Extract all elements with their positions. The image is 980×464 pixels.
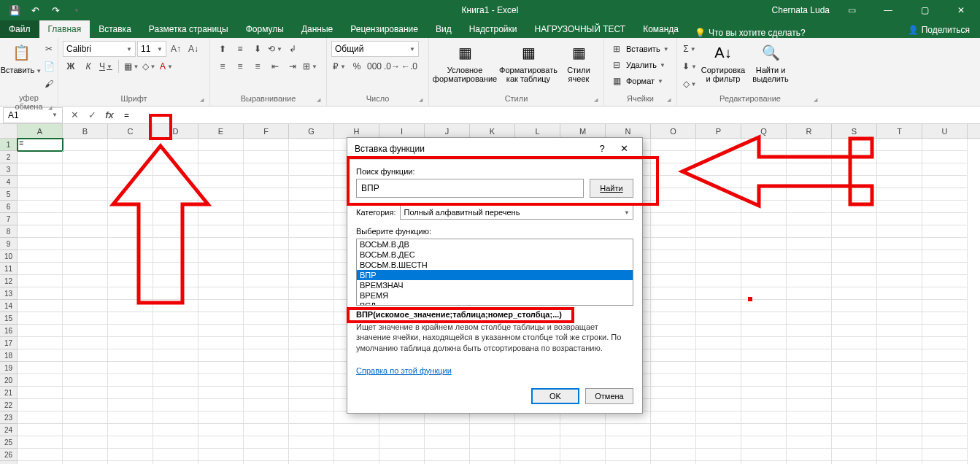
share-button[interactable]: 👤 Поделиться bbox=[898, 22, 980, 38]
ribbon-options-icon[interactable]: ▭ bbox=[837, 0, 866, 20]
cell[interactable] bbox=[108, 387, 153, 399]
cell[interactable] bbox=[198, 201, 244, 213]
cell[interactable] bbox=[289, 275, 334, 287]
cell[interactable] bbox=[832, 201, 877, 213]
cell[interactable] bbox=[606, 436, 651, 449]
format-cells-button[interactable]: ▦Формат▼ bbox=[609, 73, 663, 89]
cell[interactable] bbox=[922, 176, 968, 188]
cell[interactable] bbox=[922, 312, 968, 325]
cell-styles-button[interactable]: ▦Стили ячеек bbox=[560, 41, 597, 83]
cell[interactable] bbox=[108, 250, 153, 263]
cell[interactable] bbox=[787, 275, 832, 287]
cell[interactable] bbox=[18, 225, 63, 238]
cell[interactable] bbox=[787, 374, 832, 387]
cell[interactable] bbox=[832, 238, 877, 250]
cell[interactable] bbox=[787, 287, 832, 300]
cell[interactable] bbox=[741, 176, 787, 188]
cell[interactable] bbox=[877, 201, 922, 213]
cell[interactable] bbox=[425, 424, 470, 436]
row-header-20[interactable]: 20 bbox=[0, 374, 18, 387]
cell[interactable] bbox=[832, 163, 877, 176]
tab-data[interactable]: Данные bbox=[293, 20, 342, 38]
cell[interactable] bbox=[922, 424, 968, 436]
cell[interactable] bbox=[244, 424, 289, 436]
cell[interactable] bbox=[922, 461, 968, 464]
cell[interactable] bbox=[877, 399, 922, 411]
cell[interactable] bbox=[741, 349, 787, 362]
cell[interactable] bbox=[63, 263, 108, 275]
fx-button[interactable]: fx bbox=[101, 107, 118, 123]
cell[interactable] bbox=[696, 151, 741, 163]
cell[interactable] bbox=[696, 300, 741, 312]
sort-filter-button[interactable]: A↓Сортировка и фильтр bbox=[701, 41, 746, 83]
cell[interactable] bbox=[289, 461, 334, 464]
cell[interactable] bbox=[108, 312, 153, 325]
col-header-F[interactable]: F bbox=[244, 124, 289, 138]
cell[interactable] bbox=[289, 325, 334, 337]
cell[interactable] bbox=[108, 176, 153, 188]
cell[interactable] bbox=[63, 387, 108, 399]
cell[interactable] bbox=[922, 263, 968, 275]
cell[interactable] bbox=[289, 349, 334, 362]
cell[interactable] bbox=[63, 300, 108, 312]
tab-review[interactable]: Рецензирование bbox=[342, 20, 427, 38]
cell[interactable] bbox=[289, 374, 334, 387]
cell[interactable] bbox=[787, 449, 832, 461]
cell[interactable] bbox=[289, 163, 334, 176]
cell[interactable] bbox=[651, 176, 696, 188]
cell[interactable] bbox=[289, 250, 334, 263]
cell[interactable] bbox=[877, 275, 922, 287]
cell[interactable] bbox=[289, 424, 334, 436]
cell[interactable] bbox=[108, 325, 153, 337]
cell[interactable] bbox=[696, 275, 741, 287]
cell[interactable] bbox=[63, 287, 108, 300]
cell[interactable] bbox=[787, 325, 832, 337]
cell[interactable] bbox=[696, 374, 741, 387]
cell[interactable] bbox=[560, 436, 606, 449]
cell[interactable] bbox=[153, 287, 198, 300]
cell[interactable] bbox=[289, 300, 334, 312]
save-icon[interactable]: 💾 bbox=[6, 1, 23, 19]
cell[interactable] bbox=[153, 151, 198, 163]
cell[interactable] bbox=[787, 188, 832, 201]
cell[interactable] bbox=[832, 263, 877, 275]
cell[interactable] bbox=[651, 151, 696, 163]
cell[interactable] bbox=[18, 163, 63, 176]
cell[interactable] bbox=[108, 449, 153, 461]
cell[interactable] bbox=[289, 411, 334, 424]
function-item[interactable]: ВРЕМЗНАЧ bbox=[357, 280, 633, 290]
cell[interactable] bbox=[18, 411, 63, 424]
cell[interactable] bbox=[877, 151, 922, 163]
formula-input[interactable]: = bbox=[118, 107, 980, 123]
row-header-18[interactable]: 18 bbox=[0, 349, 18, 362]
cell[interactable] bbox=[18, 374, 63, 387]
autosum-icon[interactable]: Σ▼ bbox=[682, 41, 698, 57]
cell[interactable] bbox=[696, 139, 741, 151]
cell[interactable] bbox=[379, 424, 425, 436]
cell[interactable] bbox=[244, 325, 289, 337]
cell[interactable] bbox=[18, 201, 63, 213]
tab-loadtest[interactable]: НАГРУЗОЧНЫЙ ТЕСТ bbox=[526, 20, 635, 38]
cell[interactable] bbox=[922, 238, 968, 250]
font-color-icon[interactable]: A▼ bbox=[158, 58, 174, 74]
cut-icon[interactable]: ✂ bbox=[41, 41, 57, 57]
cell[interactable] bbox=[696, 325, 741, 337]
row-header-24[interactable]: 24 bbox=[0, 424, 18, 436]
bold-button[interactable]: Ж bbox=[63, 58, 79, 74]
cell[interactable] bbox=[153, 424, 198, 436]
cell[interactable] bbox=[244, 263, 289, 275]
cell[interactable] bbox=[108, 151, 153, 163]
cell[interactable] bbox=[696, 411, 741, 424]
cell[interactable] bbox=[922, 225, 968, 238]
cell[interactable] bbox=[787, 461, 832, 464]
cell[interactable] bbox=[153, 436, 198, 449]
cell[interactable] bbox=[922, 349, 968, 362]
cell[interactable] bbox=[63, 312, 108, 325]
currency-icon[interactable]: ₽▼ bbox=[331, 58, 347, 74]
row-header-23[interactable]: 23 bbox=[0, 411, 18, 424]
cell[interactable] bbox=[198, 424, 244, 436]
italic-button[interactable]: К bbox=[80, 58, 96, 74]
cell[interactable] bbox=[741, 374, 787, 387]
cell[interactable] bbox=[832, 449, 877, 461]
cell[interactable] bbox=[741, 287, 787, 300]
